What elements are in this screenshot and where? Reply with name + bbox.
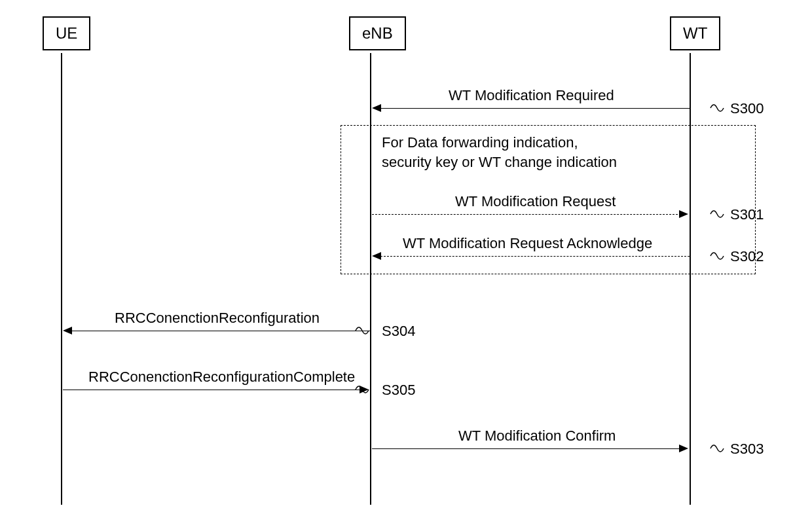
- squiggle-s303: [709, 442, 729, 455]
- squiggle-s304: [354, 324, 374, 337]
- box-note-line1: For Data forwarding indication,: [382, 134, 578, 151]
- arrowhead-s304: [63, 327, 72, 335]
- actor-label: WT: [683, 24, 707, 42]
- actor-label: UE: [56, 24, 77, 42]
- arrowhead-s300: [372, 104, 381, 112]
- actor-box-wt: WT: [670, 16, 720, 50]
- arrow-s304: [71, 331, 370, 331]
- arrowhead-s301: [679, 210, 688, 218]
- sequence-diagram: UE eNB WT WT Modification Required S300 …: [43, 16, 776, 514]
- lifeline-enb: [370, 53, 371, 505]
- squiggle-s302: [709, 249, 729, 263]
- actor-box-enb: eNB: [349, 16, 406, 50]
- arrow-s300: [380, 108, 690, 109]
- lifeline-ue: [61, 53, 62, 505]
- arrow-s302: [380, 256, 690, 257]
- step-s304: S304: [382, 323, 415, 340]
- squiggle-s305: [354, 383, 374, 396]
- msg-s302: WT Modification Request Acknowledge: [403, 235, 652, 252]
- step-s301: S301: [730, 206, 764, 223]
- msg-s304: RRCConenctionReconfiguration: [115, 310, 320, 327]
- msg-s305: RRCConenctionReconfigurationComplete: [88, 369, 355, 386]
- actor-box-ue: UE: [43, 16, 90, 50]
- arrowhead-s302: [372, 252, 381, 260]
- arrow-s303: [372, 448, 681, 449]
- lifeline-wt: [690, 53, 691, 505]
- squiggle-s301: [709, 208, 729, 221]
- arrowhead-s303: [679, 445, 688, 452]
- step-s302: S302: [730, 248, 764, 265]
- msg-s300: WT Modification Required: [449, 87, 614, 104]
- squiggle-s300: [709, 101, 729, 115]
- actor-label: eNB: [362, 24, 393, 42]
- step-s303: S303: [730, 441, 764, 458]
- msg-s303: WT Modification Confirm: [458, 427, 616, 445]
- arrow-s301: [372, 214, 681, 215]
- step-s305: S305: [382, 382, 415, 399]
- step-s300: S300: [730, 100, 764, 117]
- msg-s301: WT Modification Request: [455, 193, 616, 210]
- box-note-line2: security key or WT change indication: [382, 154, 617, 171]
- arrow-s305: [63, 390, 361, 390]
